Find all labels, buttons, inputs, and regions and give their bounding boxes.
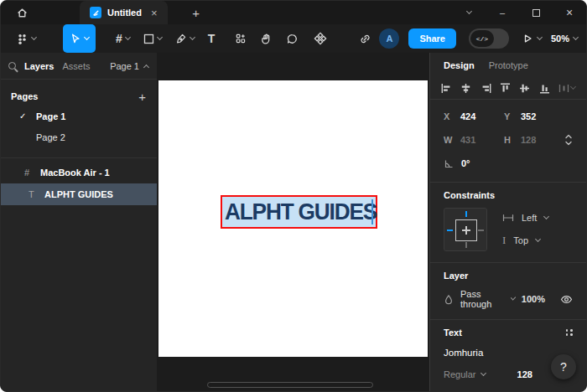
align-right-icon[interactable] [481, 83, 491, 94]
chevron-down-icon [190, 34, 195, 40]
font-family-field[interactable]: Jomhuria [444, 348, 573, 358]
rectangle-icon [143, 34, 154, 44]
tab-prototype[interactable]: Prototype [489, 60, 528, 70]
cursor-icon [70, 33, 81, 44]
actions-button[interactable] [228, 24, 253, 53]
layer-header: Layer [444, 271, 573, 281]
chevron-down-icon [573, 34, 579, 40]
frame-layer-icon: # [24, 168, 33, 178]
blend-mode-dropdown[interactable]: Pass through [460, 289, 505, 309]
height-field[interactable]: H 128 [504, 135, 564, 145]
tab-design[interactable]: Design [444, 60, 475, 70]
page-item-page1[interactable]: ✓ Page 1 [9, 106, 148, 126]
comment-tool-button[interactable] [279, 24, 305, 53]
alignment-row [430, 78, 586, 100]
align-horizontal-center-icon[interactable] [460, 83, 471, 94]
text-tool-button[interactable]: T [201, 24, 222, 53]
align-vertical-center-icon[interactable] [519, 83, 530, 94]
file-tab[interactable]: Untitled × [80, 1, 168, 24]
constrain-proportions-icon[interactable] [564, 134, 573, 146]
angle-icon [444, 158, 455, 169]
layer-section: Layer Pass through 100% [430, 263, 586, 320]
dev-mode-toggle[interactable]: </> [469, 28, 509, 49]
y-field[interactable]: Y 352 [504, 111, 564, 121]
hand-tool-button[interactable] [253, 24, 279, 53]
vertical-ibeam-icon: I [502, 234, 506, 247]
inspector-tabs: Design Prototype [430, 53, 586, 78]
chevron-down-icon [543, 213, 549, 219]
zoom-menu[interactable]: 50% [551, 34, 578, 44]
maximize-button[interactable] [519, 1, 553, 24]
shape-tool-button[interactable] [137, 24, 169, 53]
x-field[interactable]: X 424 [444, 111, 504, 121]
tab-close-icon[interactable]: × [151, 7, 158, 19]
present-button[interactable] [522, 33, 542, 44]
tab-layers[interactable]: Layers [24, 61, 54, 71]
window-close-button[interactable]: × [553, 1, 586, 24]
text-layer-icon: T [29, 189, 37, 199]
chevron-down-icon [480, 370, 486, 376]
sidebar-header: Layers Assets Page 1 [1, 53, 157, 80]
constraints-widget[interactable] [444, 208, 487, 251]
align-left-icon[interactable] [441, 83, 452, 94]
text-styles-icon[interactable] [566, 329, 574, 336]
link-button[interactable] [352, 24, 378, 53]
zoom-level: 50% [551, 34, 569, 44]
rotation-field[interactable]: 0° [444, 152, 573, 175]
home-button[interactable] [8, 1, 36, 24]
move-tool-button[interactable] [63, 24, 96, 53]
eye-icon[interactable] [560, 295, 573, 304]
horizontal-constraint-dropdown[interactable]: Left [502, 213, 548, 223]
align-bottom-icon[interactable] [539, 83, 550, 94]
page-selector[interactable]: Page 1 [110, 61, 148, 71]
main-menu-button[interactable] [9, 24, 43, 53]
minimize-button[interactable]: – [486, 1, 519, 24]
canvas-text[interactable]: ALPHT GUIDES [225, 201, 377, 224]
left-sidebar: Layers Assets Page 1 Pages + ✓ Page 1 [1, 53, 157, 391]
frame-tool-button[interactable]: # [109, 24, 137, 53]
canvas-frame-macbook-air-1[interactable]: ALPHT GUIDES [158, 80, 428, 357]
add-page-button[interactable]: + [136, 90, 148, 104]
constraints-header: Constraints [444, 190, 573, 200]
comment-icon [286, 33, 299, 45]
text-header: Text [444, 328, 462, 338]
right-sidebar: Design Prototype [429, 53, 586, 391]
font-weight-dropdown[interactable]: Regular [444, 369, 486, 379]
layers-list: # MacBook Air - 1 T ALPHT GUIDES [1, 158, 157, 205]
distribute-spacing-icon[interactable] [558, 83, 575, 94]
share-button[interactable]: Share [408, 28, 456, 49]
text-cursor [371, 199, 373, 224]
user-avatar[interactable]: A [379, 28, 399, 49]
figma-menu-icon [16, 33, 29, 45]
help-button[interactable]: ? [551, 354, 576, 379]
file-tab-title: Untitled [107, 8, 142, 18]
chevron-down-icon [31, 34, 37, 40]
font-size-field[interactable]: 128 [517, 369, 532, 379]
actions-icon [235, 33, 247, 44]
selected-text-object[interactable]: ALPHT GUIDES [221, 195, 377, 229]
constraints-section: Constraints Left [430, 183, 586, 263]
horizontal-scrollbar[interactable] [207, 382, 373, 388]
component-button[interactable] [307, 24, 334, 53]
toolbar: # T [1, 24, 586, 53]
pen-tool-button[interactable] [169, 24, 201, 53]
vertical-constraint-dropdown[interactable]: I Top [502, 234, 548, 247]
window-tab-bar: Untitled × + – × [1, 1, 586, 24]
pages-section: Pages + ✓ Page 1 Page 2 [1, 80, 157, 158]
opacity-field[interactable]: 100% [522, 294, 545, 304]
width-field[interactable]: W 431 [444, 135, 504, 145]
canvas[interactable]: ALPHT GUIDES [157, 53, 429, 391]
link-icon [359, 33, 371, 45]
figma-app-window: Untitled × + – × # [0, 0, 587, 392]
page-item-page2[interactable]: Page 2 [9, 126, 148, 147]
code-icon: </> [470, 30, 494, 47]
search-icon[interactable] [8, 62, 16, 70]
layer-item-text[interactable]: T ALPHT GUIDES [1, 183, 157, 205]
layer-item-frame[interactable]: # MacBook Air - 1 [1, 162, 157, 183]
window-menu-button[interactable] [452, 1, 486, 24]
tab-assets[interactable]: Assets [62, 61, 90, 71]
new-tab-button[interactable]: + [186, 6, 206, 20]
frame-icon: # [116, 32, 122, 45]
pen-icon [175, 33, 187, 44]
align-top-icon[interactable] [500, 83, 511, 94]
